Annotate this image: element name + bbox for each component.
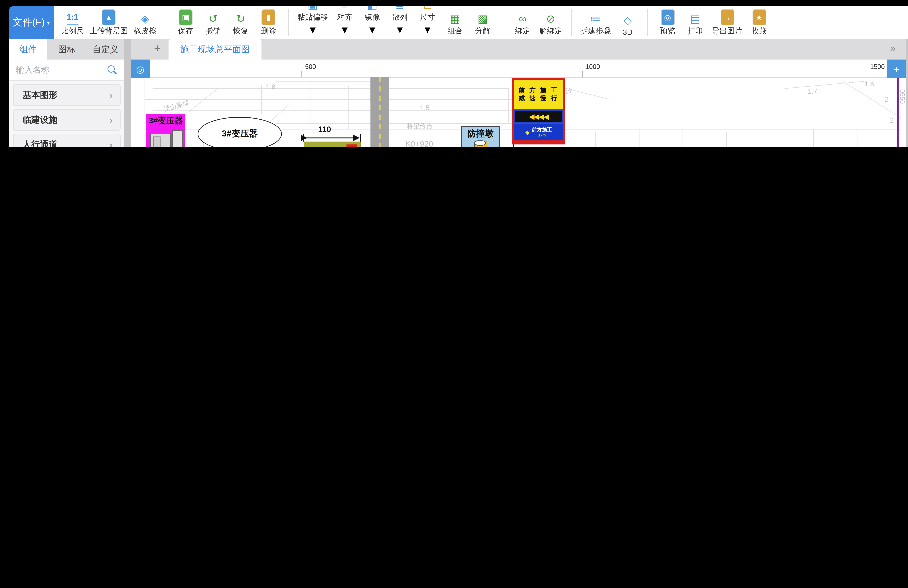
toolbar-group: ∞绑定⊘解绑定 [504,6,570,39]
export-image-button[interactable]: →导出图片 [709,6,745,39]
dimension-label: 尺寸 [420,12,435,22]
chevron-right-icon: › [109,90,113,101]
fire-extinguisher-icon [346,145,357,147]
sidebar-group-label: 基本图形 [23,89,57,101]
align-icon: ≡ [341,6,348,11]
save-icon: ▣ [179,10,193,26]
undo-button[interactable]: ↺撤销 [200,6,227,39]
ungroup-button[interactable]: ▩分解 [469,6,496,39]
align-button[interactable]: ≡对齐▾ [331,6,359,39]
search-icon[interactable] [108,65,115,72]
ungroup-label: 分解 [475,26,490,36]
search-box[interactable]: 输入名称 [9,59,125,80]
toolbar-group: ▣保存↺撤销↻恢复▮删除 [167,6,287,39]
paste-offset-label: 粘贴偏移 [298,12,328,22]
sidebar-group-人行通道[interactable]: 人行通道› [13,133,121,147]
preview-icon: ◎ [661,10,675,26]
tab-图标[interactable]: 图标 [47,39,86,59]
mirror-label: 镜像 [365,12,380,22]
print-icon: ▤ [690,11,700,26]
print-label: 打印 [687,26,703,36]
transformer-label: 3#变压器 [146,116,185,126]
build-steps-label: 拆建步骤 [580,26,611,36]
dimension-button[interactable]: ∟尺寸▾ [414,6,441,39]
cad-faint-text: 1.8 [266,83,275,91]
sidebar-group-基本图形[interactable]: 基本图形› [13,84,121,106]
delete-icon: ▮ [261,10,275,26]
unbind-button[interactable]: ⊘解绑定 [536,6,565,39]
group-label: 组合 [448,26,463,36]
upload-background-button[interactable]: ▲上传背景图 [87,6,131,39]
scatter-icon: ≣ [395,6,404,11]
origin-button[interactable]: ◎ [131,59,150,79]
scale-ruler-icon: 1:1 [67,10,78,26]
view-3d-button[interactable]: ◇3D [614,6,641,39]
view-3d-icon: ◇ [623,13,632,27]
cad-faint-text: K0+920 [405,140,433,147]
component-panel-tabs: 组件图标自定义 [9,39,125,60]
dimension-icon: ∟ [422,6,433,11]
fit-view-button[interactable]: + [887,59,906,79]
tab-drawing[interactable]: 施工现场总平面图 [169,39,261,59]
sign-pole [512,145,514,147]
preview-label: 预览 [660,26,675,36]
scale-ruler-button[interactable]: 1:1比例尺 [58,6,87,39]
file-menu-button[interactable]: 文件(F) ▾ [9,6,54,39]
favorite-button[interactable]: ★收藏 [745,6,773,39]
chevron-panel: ◀◀◀◀ [514,110,563,123]
build-steps-button[interactable]: ≔拆建步骤 [578,6,614,39]
toolbar-groups: 1:1比例尺▲上传背景图◈橡皮擦▣保存↺撤销↻恢复▮删除▣粘贴偏移▾≡对齐▾◧镜… [54,6,777,39]
tab-separator [256,43,256,56]
crash-barrier-box[interactable]: 防撞墩 [461,126,500,147]
eraser-icon: ◈ [141,11,149,26]
toolbar-separator [288,9,289,36]
save-label: 保存 [178,26,193,36]
paste-offset-icon: ▣ [307,6,318,11]
mirror-button[interactable]: ◧镜像▾ [359,6,386,39]
barrier-cylinder-icon [474,141,487,147]
redo-label: 恢复 [233,26,248,36]
redo-button[interactable]: ↻恢复 [227,6,254,39]
construction-sign[interactable]: 前 方 施 工 减 速 慢 行 ◀◀◀◀ ◆ 前方施工 1km [512,78,565,145]
toolbar-group: 1:1比例尺▲上传背景图◈橡皮擦 [54,6,164,39]
cad-faint-text: 2 [885,95,889,103]
toolbar-group: ◎预览▤打印→导出图片★收藏 [649,6,777,39]
electric-cabinet-icon [150,133,171,147]
expand-tabs-icon[interactable]: » [890,42,896,54]
scatter-button[interactable]: ≣散列▾ [386,6,414,39]
align-label: 对齐 [337,12,352,22]
toolbar-separator [165,9,166,36]
transformer-box[interactable]: 3#变压器 [146,114,185,147]
tab-组件[interactable]: 组件 [9,39,47,59]
sign-bottom-panel: ◆ 前方施工 1km [514,124,563,140]
cad-faint-text: 0550 [898,89,906,104]
toolbar-separator [647,9,648,36]
redo-icon: ↻ [236,11,245,26]
search-placeholder: 输入名称 [16,64,49,76]
build-steps-icon: ≔ [590,11,601,26]
save-button[interactable]: ▣保存 [172,6,200,39]
file-menu-label: 文件(F) [13,16,45,29]
drawing-canvas[interactable]: 3#变压器 3#变压器 110 60 钢筋加工场 管 钢便桥 解便道 49 昆 … [131,59,906,147]
eraser-button[interactable]: ◈橡皮擦 [131,6,159,39]
toolbar: 文件(F) ▾ 1:1比例尺▲上传背景图◈橡皮擦▣保存↺撤销↻恢复▮删除▣粘贴偏… [9,6,908,40]
component-panel: 组件图标自定义 输入名称 基本图形›临建设施›人行通道›临电设施›支撑设施›工程… [9,39,125,147]
preview-button[interactable]: ◎预览 [654,6,681,39]
sign-line1: 前 方 施 工 [518,87,559,94]
sign-line2: 减 速 慢 行 [518,94,559,102]
screen: 文件(F) ▾ 1:1比例尺▲上传背景图◈橡皮擦▣保存↺撤销↻恢复▮删除▣粘贴偏… [0,0,908,147]
undo-icon: ↺ [209,11,218,26]
tab-自定义[interactable]: 自定义 [86,39,125,59]
group-button[interactable]: ▦组合 [441,6,469,39]
print-button[interactable]: ▤打印 [681,6,709,39]
cad-faint-text: 2 [890,116,894,124]
sidebar-group-临建设施[interactable]: 临建设施› [13,109,121,131]
delete-button[interactable]: ▮删除 [254,6,282,39]
bind-button[interactable]: ∞绑定 [509,6,536,39]
scale-ruler-label: 比例尺 [61,26,84,36]
paste-offset-button[interactable]: ▣粘贴偏移▾ [295,6,331,39]
undo-label: 撤销 [206,26,221,36]
add-tab-button[interactable]: + [154,42,161,55]
ungroup-icon: ▩ [478,11,488,26]
export-image-label: 导出图片 [712,26,742,36]
